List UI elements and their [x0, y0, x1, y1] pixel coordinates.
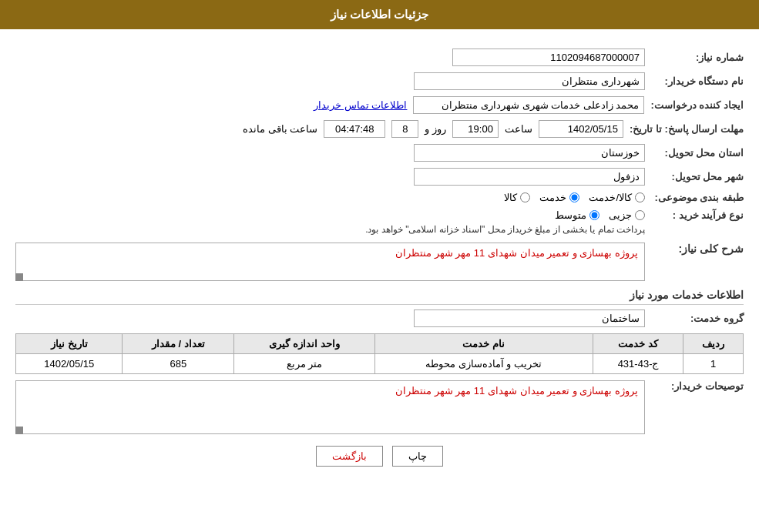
back-button[interactable]: بازگشت: [316, 446, 383, 467]
no-farayand-label: نوع فرآیند خرید :: [651, 209, 744, 221]
garoh-khedmat-value: ساختمان: [414, 309, 645, 327]
mohlat-time-label: ساعت: [505, 123, 532, 135]
col-kod-khedmat: کد خدمت: [593, 334, 683, 354]
page-header: جزئیات اطلاعات نیاز: [0, 0, 759, 29]
no-farayand-jozee-label: جزیی: [609, 209, 632, 221]
no-farayand-desc: پرداخت تمام یا بخشی از مبلغ خریداز محل "…: [15, 224, 645, 235]
tabaqe-khedmat-label: خدمت: [539, 192, 566, 203]
ijad-konande-label: ایجاد کننده درخواست:: [650, 99, 744, 111]
sharh-value: پروژه بهسازی و تعمیر میدان شهدای 11 مهر …: [15, 243, 645, 281]
col-tedad: تعداد / مقدار: [123, 334, 234, 354]
cell-tedad: 685: [123, 354, 234, 374]
tabaqe-kala-khedmat-label: کالا/خدمت: [589, 192, 632, 203]
buttons-row: چاپ بازگشت: [15, 446, 744, 467]
shahr-value: دزفول: [414, 168, 645, 186]
cell-vahedAndaze: متر مربع: [234, 354, 374, 374]
tabaqe-khedmat-option[interactable]: خدمت: [539, 192, 579, 203]
col-radif: ردیف: [683, 334, 744, 354]
mohlat-remaining: 04:47:48: [324, 120, 385, 138]
cell-kodKhedmat: ج-43-431: [593, 354, 683, 374]
table-row: 1ج-43-431تخریب و آماده‌سازی محوطهمتر مرب…: [16, 354, 744, 374]
ostan-value: خوزستان: [414, 144, 645, 162]
tabaqe-label: طبقه بندی موضوعی:: [651, 192, 744, 203]
ijad-konande-link[interactable]: اطلاعات تماس خریدار: [314, 99, 407, 111]
no-farayand-motavasset-label: متوسط: [555, 209, 586, 221]
mohlat-date: 1402/05/15: [539, 120, 623, 138]
col-vahed-andaze: واحد اندازه گیری: [234, 334, 374, 354]
tabaqe-kala-khedmat-option[interactable]: کالا/خدمت: [589, 192, 645, 203]
shomare-niaz-value: 1102094687000007: [452, 49, 645, 66]
ostan-label: استان محل تحویل:: [651, 147, 744, 159]
mohlat-remaining-label: ساعت باقی مانده: [243, 123, 317, 135]
shahr-label: شهر محل تحویل:: [651, 171, 744, 182]
ijad-konande-value: محمد زادعلی خدمات شهری شهرداری منتظران: [413, 96, 644, 114]
garoh-khedmat-label: گروه خدمت:: [651, 313, 744, 324]
no-farayand-motavasset-option[interactable]: متوسط: [555, 209, 599, 221]
service-info-title: اطلاعات خدمات مورد نیاز: [15, 289, 744, 305]
resize-handle-desc[interactable]: [15, 427, 23, 434]
no-farayand-jozee-option[interactable]: جزیی: [609, 209, 645, 221]
mohlat-time: 19:00: [452, 120, 499, 138]
page-title: جزئیات اطلاعات نیاز: [331, 8, 428, 21]
mohlat-label: مهلت ارسال پاسخ: تا تاریخ:: [630, 123, 744, 135]
cell-namKhedmat: تخریب و آماده‌سازی محوطه: [374, 354, 593, 374]
print-button[interactable]: چاپ: [392, 446, 443, 467]
service-table: ردیف کد خدمت نام خدمت واحد اندازه گیری ت…: [15, 333, 744, 374]
mohlat-day-label: روز و: [425, 123, 446, 135]
cell-tarikNiaz: 1402/05/15: [16, 354, 123, 374]
tabaqe-kala-option[interactable]: کالا: [504, 192, 530, 203]
cell-radif: 1: [683, 354, 744, 374]
toseif-label: توصیحات خریدار:: [651, 380, 744, 392]
toseif-value: پروژه بهسازی و تعمیر میدان شهدای 11 مهر …: [15, 380, 645, 434]
shomare-niaz-label: شماره نیاز:: [651, 52, 744, 63]
nam-dastgah-value: شهرداری منتظران: [414, 72, 645, 90]
mohlat-days: 8: [391, 120, 418, 138]
resize-handle-sharh[interactable]: [15, 273, 23, 281]
tabaqe-kala-label: کالا: [504, 192, 517, 203]
col-nam-khedmat: نام خدمت: [374, 334, 593, 354]
nam-dastgah-label: نام دستگاه خریدار:: [651, 75, 744, 87]
col-tarik-niaz: تاریخ نیاز: [16, 334, 123, 354]
sharh-label: شرح کلی نیاز:: [651, 243, 744, 255]
